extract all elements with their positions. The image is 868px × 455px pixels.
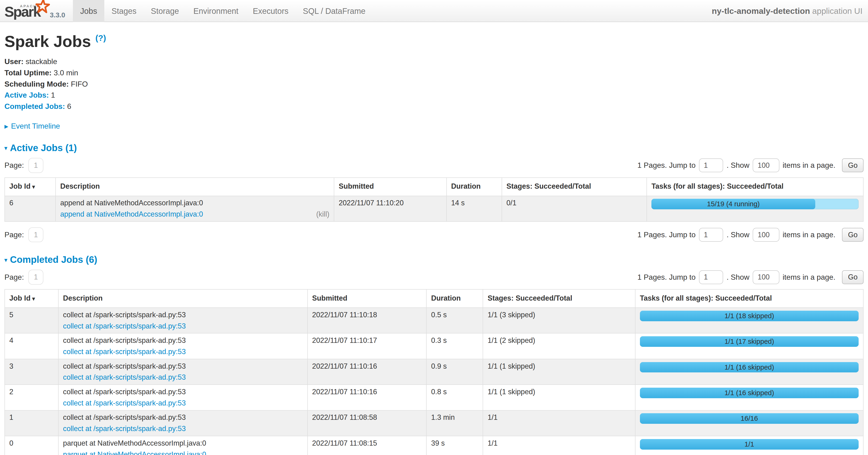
application-title: ny-tlc-anomaly-detectionapplication UI [712, 0, 868, 22]
summary-user: User: stackable [4, 57, 864, 66]
completed-jobs-table: Job Id▾ Description Submitted Duration S… [4, 289, 864, 455]
job-duration: 14 s [446, 196, 502, 222]
col-description[interactable]: Description [56, 178, 334, 196]
spark-star-icon [35, 0, 50, 16]
col-submitted[interactable]: Submitted [334, 178, 446, 196]
sort-desc-icon: ▾ [32, 184, 35, 190]
job-row: 1 collect at /spark-scripts/spark-ad.py:… [5, 410, 863, 436]
tab-jobs[interactable]: Jobs [73, 0, 104, 22]
tab-sql-dataframe[interactable]: SQL / DataFrame [296, 0, 372, 22]
job-detail-link[interactable]: collect at /spark-scripts/spark-ad.py:53 [63, 347, 186, 356]
summary-uptime: Total Uptime: 3.0 min [4, 68, 864, 77]
active-jobs-link[interactable]: Active Jobs: [4, 91, 49, 99]
pagination-active-top: Page: 1 Pages. Jump to . Show items in a… [4, 158, 864, 173]
job-row: 3 collect at /spark-scripts/spark-ad.py:… [5, 359, 863, 385]
job-row: 4 collect at /spark-scripts/spark-ad.py:… [5, 333, 863, 359]
job-summary: User: stackable Total Uptime: 3.0 min Sc… [4, 57, 864, 111]
pagination-active-bottom: Page: 1 Pages. Jump to . Show items in a… [4, 227, 864, 243]
spark-logo[interactable]: APACHE Spark [4, 0, 48, 22]
active-job-row: 6 append at NativeMethodAccessorImpl.jav… [5, 196, 863, 222]
col-duration[interactable]: Duration [426, 289, 483, 308]
show-items-input[interactable] [753, 270, 779, 284]
tab-storage[interactable]: Storage [144, 0, 186, 22]
help-link[interactable]: (?) [95, 33, 106, 43]
col-job-id[interactable]: Job Id▾ [5, 289, 58, 308]
expand-arrow-icon: ▶ [4, 124, 8, 129]
task-progress-bar: 1/1 (18 skipped) [640, 311, 859, 321]
task-progress-bar: 16/16 [640, 413, 859, 424]
job-tasks-cell: 15/19 (4 running) [647, 196, 863, 222]
job-row: 0 parquet at NativeMethodAccessorImpl.ja… [5, 436, 863, 455]
job-detail-link[interactable]: collect at /spark-scripts/spark-ad.py:53 [63, 322, 186, 330]
job-detail-link[interactable]: append at NativeMethodAccessorImpl.java:… [60, 210, 203, 218]
tab-executors[interactable]: Executors [246, 0, 296, 22]
page-input[interactable] [28, 269, 43, 285]
col-stages[interactable]: Stages: Succeeded/Total [502, 178, 647, 196]
job-detail-link[interactable]: collect at /spark-scripts/spark-ad.py:53 [63, 399, 186, 407]
page-title: Spark Jobs (?) [4, 32, 864, 51]
job-detail-link[interactable]: collect at /spark-scripts/spark-ad.py:53 [63, 425, 186, 433]
col-description[interactable]: Description [58, 289, 308, 308]
job-row: 5 collect at /spark-scripts/spark-ad.py:… [5, 308, 863, 333]
job-detail-link[interactable]: collect at /spark-scripts/spark-ad.py:53 [63, 373, 186, 381]
active-jobs-table: Job Id▾ Description Submitted Duration S… [4, 177, 864, 222]
spark-version: 3.3.0 [50, 11, 65, 19]
job-submitted: 2022/11/07 11:10:20 [334, 196, 446, 222]
col-stages[interactable]: Stages: Succeeded/Total [483, 289, 635, 308]
job-row: 2 collect at /spark-scripts/spark-ad.py:… [5, 385, 863, 410]
summary-completed-jobs: Completed Jobs: 6 [4, 102, 864, 111]
page-input[interactable] [28, 158, 43, 173]
task-progress-bar: 1/1 [640, 439, 859, 450]
navbar: APACHE Spark 3.3.0 Jobs Stages Storage E… [0, 0, 868, 22]
sort-desc-icon: ▾ [32, 296, 35, 302]
task-progress-bar: 15/19 (4 running) [651, 199, 859, 209]
tab-stages[interactable]: Stages [104, 0, 144, 22]
summary-scheduling-mode: Scheduling Mode: FIFO [4, 80, 864, 88]
task-progress-bar: 1/1 (16 skipped) [640, 362, 859, 373]
completed-jobs-link[interactable]: Completed Jobs: [4, 102, 65, 111]
jump-to-input[interactable] [699, 228, 723, 242]
kill-link[interactable]: (kill) [316, 210, 329, 219]
collapse-arrow-icon: ▾ [4, 145, 7, 151]
task-progress-bar: 1/1 (16 skipped) [640, 388, 859, 398]
show-items-input[interactable] [753, 159, 779, 172]
job-detail-link[interactable]: parquet at NativeMethodAccessorImpl.java… [63, 450, 206, 455]
jump-to-input[interactable] [699, 159, 723, 172]
col-job-id[interactable]: Job Id▾ [5, 178, 56, 196]
go-button[interactable]: Go [842, 228, 864, 242]
section-header-completed-jobs[interactable]: ▾Completed Jobs (6) [4, 254, 864, 265]
job-id: 6 [5, 196, 56, 222]
show-items-input[interactable] [753, 228, 779, 242]
job-stages: 0/1 [502, 196, 647, 222]
jump-to-input[interactable] [699, 270, 723, 284]
go-button[interactable]: Go [842, 159, 864, 172]
job-description-cell: append at NativeMethodAccessorImpl.java:… [56, 196, 334, 222]
col-tasks[interactable]: Tasks (for all stages): Succeeded/Total [647, 178, 863, 196]
col-duration[interactable]: Duration [446, 178, 502, 196]
pagination-completed-top: Page: 1 Pages. Jump to . Show items in a… [4, 269, 864, 285]
tab-environment[interactable]: Environment [186, 0, 246, 22]
collapse-arrow-icon: ▾ [4, 257, 7, 263]
col-tasks[interactable]: Tasks (for all stages): Succeeded/Total [635, 289, 863, 308]
go-button[interactable]: Go [842, 270, 864, 284]
spark-jobs-page: APACHE Spark 3.3.0 Jobs Stages Storage E… [0, 0, 868, 455]
section-header-active-jobs[interactable]: ▾Active Jobs (1) [4, 143, 864, 153]
page-label: Page: [4, 161, 24, 170]
summary-active-jobs: Active Jobs: 1 [4, 91, 864, 99]
task-progress-bar: 1/1 (17 skipped) [640, 336, 859, 347]
col-submitted[interactable]: Submitted [308, 289, 427, 308]
application-name: ny-tlc-anomaly-detection [712, 6, 810, 16]
page-input[interactable] [28, 227, 43, 243]
nav-tabs: Jobs Stages Storage Environment Executor… [73, 0, 372, 22]
event-timeline-toggle[interactable]: ▶Event Timeline [4, 122, 864, 131]
